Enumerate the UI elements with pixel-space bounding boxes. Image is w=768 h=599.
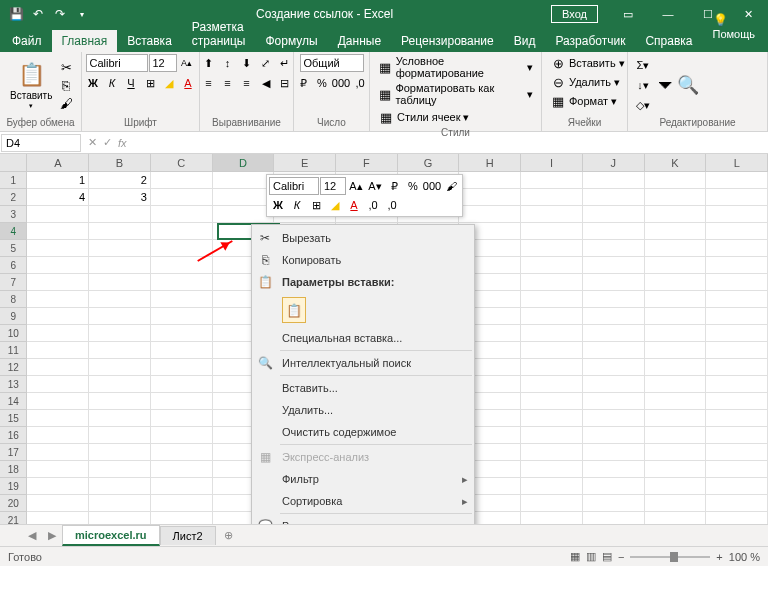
row-header[interactable]: 20 [0, 495, 27, 512]
cell[interactable] [521, 410, 583, 427]
format-cells-button[interactable]: ▦Формат ▾ [548, 92, 619, 110]
cell[interactable] [521, 342, 583, 359]
cell[interactable] [89, 478, 151, 495]
mini-font-color-icon[interactable]: A [345, 196, 363, 214]
cell[interactable] [151, 393, 213, 410]
format-painter-icon[interactable]: 🖌 [58, 95, 74, 111]
undo-icon[interactable]: ↶ [28, 4, 48, 24]
tab-page-layout[interactable]: Разметка страницы [182, 16, 256, 52]
delete-cells-button[interactable]: ⊖Удалить ▾ [548, 73, 622, 91]
conditional-formatting-button[interactable]: ▦Условное форматирование ▾ [376, 54, 535, 80]
mini-currency-icon[interactable]: ₽ [385, 177, 403, 195]
number-format-combo[interactable]: Общий [300, 54, 364, 72]
cell[interactable] [583, 172, 645, 189]
orientation-icon[interactable]: ⤢ [257, 54, 275, 72]
ctx-paste-special[interactable]: Специальная вставка... [252, 327, 474, 349]
cell[interactable] [645, 376, 707, 393]
cell[interactable] [706, 410, 768, 427]
cell[interactable] [151, 461, 213, 478]
cell[interactable] [151, 359, 213, 376]
row-header[interactable]: 1 [0, 172, 27, 189]
row-header[interactable]: 12 [0, 359, 27, 376]
column-header[interactable]: G [398, 154, 460, 172]
cell[interactable] [583, 308, 645, 325]
cell[interactable] [706, 172, 768, 189]
row-header[interactable]: 2 [0, 189, 27, 206]
cell[interactable] [645, 359, 707, 376]
cell[interactable]: 4 [27, 189, 89, 206]
fill-icon[interactable]: ↓▾ [634, 76, 652, 94]
cell[interactable] [706, 427, 768, 444]
cell[interactable] [645, 427, 707, 444]
cell[interactable] [27, 274, 89, 291]
cell[interactable] [151, 257, 213, 274]
cell[interactable] [645, 444, 707, 461]
mini-inc-decimal-icon[interactable]: ,0 [364, 196, 382, 214]
align-top-icon[interactable]: ⬆ [200, 54, 218, 72]
zoom-in-button[interactable]: + [716, 551, 722, 563]
redo-icon[interactable]: ↷ [50, 4, 70, 24]
column-header[interactable]: J [583, 154, 645, 172]
font-color-icon[interactable]: A [179, 74, 197, 92]
paste-button[interactable]: 📋 Вставить ▾ [6, 59, 56, 112]
row-header[interactable]: 19 [0, 478, 27, 495]
cell[interactable] [27, 257, 89, 274]
cell[interactable] [583, 206, 645, 223]
worksheet-grid[interactable]: ABCDEFGHIJKL 112243345678910111213141516… [0, 154, 768, 524]
name-box[interactable]: D4 [1, 134, 81, 152]
mini-bold-button[interactable]: Ж [269, 196, 287, 214]
tab-insert[interactable]: Вставка [117, 30, 182, 52]
cell-styles-button[interactable]: ▦Стили ячеек ▾ [376, 108, 471, 126]
cell[interactable] [27, 478, 89, 495]
row-header[interactable]: 16 [0, 427, 27, 444]
cut-icon[interactable]: ✂ [58, 59, 74, 75]
fill-color-icon[interactable]: ◢ [160, 74, 178, 92]
cell[interactable] [27, 206, 89, 223]
cell[interactable]: 2 [89, 172, 151, 189]
cell[interactable] [213, 189, 275, 206]
column-header[interactable]: K [645, 154, 707, 172]
cell[interactable] [521, 189, 583, 206]
cell[interactable] [89, 206, 151, 223]
cell[interactable] [521, 291, 583, 308]
format-as-table-button[interactable]: ▦Форматировать как таблицу ▾ [376, 81, 535, 107]
column-header[interactable]: C [151, 154, 213, 172]
cell[interactable] [583, 461, 645, 478]
cell[interactable] [151, 495, 213, 512]
column-header[interactable]: H [459, 154, 521, 172]
cell[interactable] [151, 274, 213, 291]
cell[interactable] [27, 376, 89, 393]
cell[interactable] [89, 393, 151, 410]
tab-formulas[interactable]: Формулы [255, 30, 327, 52]
cell[interactable] [27, 410, 89, 427]
cell[interactable] [706, 478, 768, 495]
align-bottom-icon[interactable]: ⬇ [238, 54, 256, 72]
mini-dec-decimal-icon[interactable]: ,0 [383, 196, 401, 214]
cell[interactable] [583, 512, 645, 524]
mini-grow-font-icon[interactable]: A▴ [347, 177, 365, 195]
view-page-icon[interactable]: ▥ [586, 550, 596, 563]
column-header[interactable]: F [336, 154, 398, 172]
cell[interactable] [706, 495, 768, 512]
align-left-icon[interactable]: ≡ [200, 74, 218, 92]
tab-home[interactable]: Главная [52, 30, 118, 52]
cell[interactable] [151, 376, 213, 393]
cell[interactable] [521, 495, 583, 512]
merge-icon[interactable]: ⊟ [276, 74, 294, 92]
cell[interactable] [213, 206, 275, 223]
cell[interactable] [583, 427, 645, 444]
mini-fill-color-icon[interactable]: ◢ [326, 196, 344, 214]
cell[interactable] [521, 274, 583, 291]
ctx-insert-comment[interactable]: 💬Вставить примечание [252, 515, 474, 524]
ctx-clear-contents[interactable]: Очистить содержимое [252, 421, 474, 443]
sheet-nav-next[interactable]: ▶ [42, 529, 62, 542]
bold-button[interactable]: Ж [84, 74, 102, 92]
row-header[interactable]: 4 [0, 223, 27, 240]
cell[interactable] [151, 410, 213, 427]
cell[interactable] [27, 444, 89, 461]
cell[interactable] [521, 478, 583, 495]
save-icon[interactable]: 💾 [6, 4, 26, 24]
cell[interactable] [27, 495, 89, 512]
column-header[interactable]: B [89, 154, 151, 172]
cell[interactable] [89, 223, 151, 240]
